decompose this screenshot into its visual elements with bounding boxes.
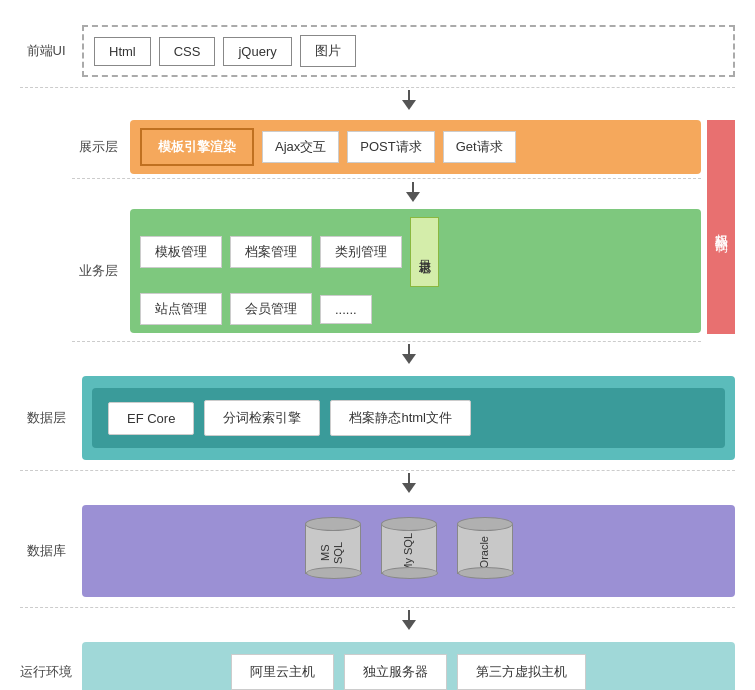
runtime-label: 运行环境 <box>20 663 72 681</box>
arrow-2-line <box>412 182 414 192</box>
runtime-row: 运行环境 阿里云主机 独立服务器 第三方虚拟主机 <box>20 632 735 690</box>
db-oracle: Oracle <box>457 517 513 585</box>
pres-ajax: Ajax交互 <box>262 131 339 163</box>
data-layer-row: 数据层 EF Core 分词检索引擎 档案静态html文件 <box>20 366 735 471</box>
db-mysql: My SQL <box>381 517 437 585</box>
cyl-body-mysql: My SQL <box>381 524 437 574</box>
database-row: 数据库 MS SQL <box>20 495 735 608</box>
pres-post: POST请求 <box>347 131 434 163</box>
log-box: 日志记录 <box>410 217 439 287</box>
cyl-body-mssql: MS SQL <box>305 524 361 574</box>
cyl-top-mysql <box>381 517 437 531</box>
frontend-label: 前端UI <box>20 42 72 60</box>
frontend-layer: 前端UI Html CSS jQuery 图片 <box>20 15 735 88</box>
biz-row-2: 站点管理 会员管理 ...... <box>140 293 691 325</box>
cyl-bottom-oracle <box>458 567 514 579</box>
cyl-top-mssql <box>305 517 361 531</box>
cyl-top-oracle <box>457 517 513 531</box>
business-label: 业务层 <box>72 262 124 280</box>
data-search: 分词检索引擎 <box>204 400 320 436</box>
biz-template-mgmt: 模板管理 <box>140 236 222 268</box>
cylinder-oracle: Oracle <box>457 517 513 585</box>
fe-html: Html <box>94 37 151 66</box>
data-container: EF Core 分词检索引擎 档案静态html文件 <box>82 376 735 460</box>
business-inner: 业务层 模板管理 档案管理 类别管理 日志记录 站点管理 会员管理 ...... <box>72 209 701 333</box>
biz-more: ...... <box>320 295 372 324</box>
presentation-label: 展示层 <box>72 138 124 156</box>
arrow-1-line <box>408 90 410 100</box>
biz-site-mgmt: 站点管理 <box>140 293 222 325</box>
fe-jquery: jQuery <box>223 37 291 66</box>
cylinder-mssql: MS SQL <box>305 517 361 585</box>
biz-category-mgmt: 类别管理 <box>320 236 402 268</box>
frontend-content: Html CSS jQuery 图片 <box>82 25 735 77</box>
presentation-container: 模板引擎渲染 Ajax交互 POST请求 Get请求 <box>130 120 701 174</box>
frontend-container: Html CSS jQuery 图片 <box>82 25 735 77</box>
arrow-3-head <box>402 354 416 364</box>
runtime-aliyun: 阿里云主机 <box>231 654 334 690</box>
fe-images: 图片 <box>300 35 356 67</box>
database-container: MS SQL My SQL <box>82 505 735 597</box>
runtime-content: 阿里云主机 独立服务器 第三方虚拟主机 <box>82 642 735 690</box>
data-layer-content: EF Core 分词检索引擎 档案静态html文件 <box>82 376 735 460</box>
data-ef-core: EF Core <box>108 402 194 435</box>
pres-main: 模板引擎渲染 <box>140 128 254 166</box>
biz-member-mgmt: 会员管理 <box>230 293 312 325</box>
biz-row-1: 模板管理 档案管理 类别管理 日志记录 <box>140 217 691 287</box>
runtime-virtual: 第三方虚拟主机 <box>457 654 586 690</box>
cyl-label-oracle: Oracle <box>478 536 491 568</box>
middle-wrapper: 展示层 模板引擎渲染 Ajax交互 POST请求 Get请求 <box>20 112 735 342</box>
business-row: 业务层 模板管理 档案管理 类别管理 日志记录 站点管理 会员管理 ...... <box>72 205 701 342</box>
fe-css: CSS <box>159 37 216 66</box>
access-control-box: 权限控制 <box>707 120 735 334</box>
data-inner: EF Core 分词检索引擎 档案静态html文件 <box>92 388 725 448</box>
pres-get: Get请求 <box>443 131 516 163</box>
biz-archive-mgmt: 档案管理 <box>230 236 312 268</box>
access-control-wrapper: 权限控制 <box>701 112 735 342</box>
presentation-row: 展示层 模板引擎渲染 Ajax交互 POST请求 Get请求 <box>72 112 701 179</box>
data-html: 档案静态html文件 <box>330 400 471 436</box>
database-label: 数据库 <box>20 542 72 560</box>
data-layer-label: 数据层 <box>20 409 72 427</box>
db-mssql: MS SQL <box>305 517 361 585</box>
cylinder-mysql: My SQL <box>381 517 437 585</box>
arrow-3-line <box>408 344 410 354</box>
architecture-diagram: 前端UI Html CSS jQuery 图片 展示层 <box>20 15 735 690</box>
database-content: MS SQL My SQL <box>82 505 735 597</box>
arrow-4-head <box>402 483 416 493</box>
arrow-5-head <box>402 620 416 630</box>
presentation-inner: 展示层 模板引擎渲染 Ajax交互 POST请求 Get请求 <box>72 120 701 174</box>
arrow-5-line <box>408 610 410 620</box>
arrow-1-head <box>402 100 416 110</box>
cyl-bottom-mssql <box>306 567 362 579</box>
cyl-body-oracle: Oracle <box>457 524 513 574</box>
cyl-bottom-mysql <box>382 567 438 579</box>
arrow-2-head <box>406 192 420 202</box>
arrow-4-line <box>408 473 410 483</box>
business-container: 模板管理 档案管理 类别管理 日志记录 站点管理 会员管理 ...... <box>130 209 701 333</box>
runtime-server: 独立服务器 <box>344 654 447 690</box>
runtime-container: 阿里云主机 独立服务器 第三方虚拟主机 <box>82 642 735 690</box>
